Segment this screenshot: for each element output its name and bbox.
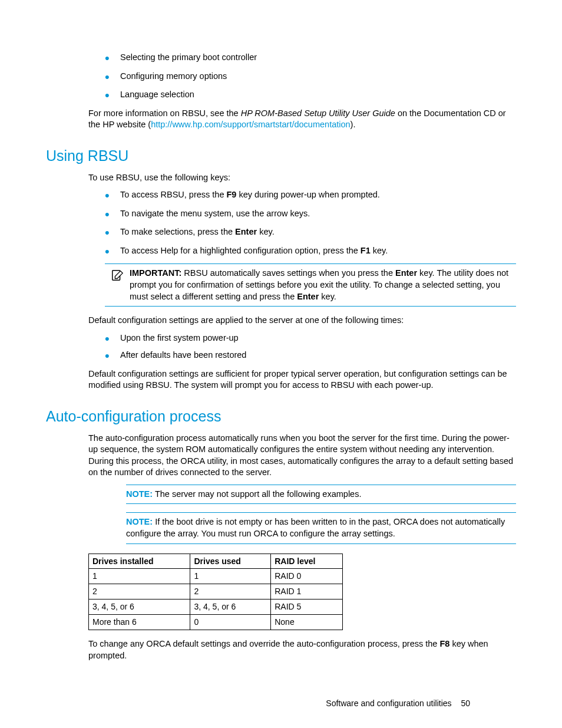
intro-bullets: Selecting the primary boot controller Co… [88, 52, 516, 101]
note-callout-1: NOTE: The server may not support all the… [126, 485, 516, 505]
note-label: NOTE: [126, 489, 153, 499]
note-text: NOTE: If the boot drive is not empty or … [126, 516, 516, 539]
cell: More than 6 [89, 615, 190, 630]
key-f8: F8 [439, 639, 449, 648]
list-item: Upon the first system power-up [110, 332, 516, 344]
using-keys-list: To access RBSU, press the F9 key during … [88, 189, 516, 256]
key-enter: Enter [235, 227, 257, 236]
text: The server may not support all the follo… [153, 489, 361, 499]
col-raid-level: RAID level [271, 554, 343, 569]
table-row: 11RAID 0 [89, 569, 343, 584]
cell: None [271, 615, 343, 630]
key-f1: F1 [361, 246, 371, 255]
important-label: IMPORTANT: [130, 268, 181, 278]
text: key. [319, 292, 336, 301]
text: To make selections, press the [120, 227, 235, 236]
default-times-list: Upon the first system power-up After def… [88, 332, 516, 361]
list-item: Language selection [110, 89, 516, 101]
page-number: 50 [461, 699, 470, 708]
text: To change any ORCA default settings and … [88, 639, 439, 648]
key-enter: Enter [297, 292, 319, 301]
auto-block: The auto-configuration process automatic… [88, 433, 516, 662]
intro-more-info: For more information on RBSU, see the HP… [88, 108, 516, 131]
footer-section: Software and configuration utilities [326, 699, 451, 708]
list-item: To access Help for a highlighted configu… [110, 245, 516, 257]
note-text: NOTE: The server may not support all the… [126, 489, 516, 500]
intro-block: Selecting the primary boot controller Co… [88, 52, 516, 131]
important-text: IMPORTANT: RBSU automatically saves sett… [130, 268, 516, 302]
bullet-text: Configuring memory options [120, 71, 227, 81]
bullet-text: Language selection [120, 90, 194, 99]
table-row: 22RAID 1 [89, 584, 343, 599]
text: ). [351, 120, 356, 129]
list-item: Configuring memory options [110, 71, 516, 83]
list-item: To access RBSU, press the F9 key during … [110, 189, 516, 201]
cell: RAID 5 [271, 599, 343, 615]
table-row: More than 60None [89, 615, 343, 630]
note-label: NOTE: [126, 517, 153, 526]
bullet-text: Selecting the primary boot controller [120, 52, 257, 62]
text: key. [371, 246, 388, 255]
key-f9: F9 [227, 190, 237, 199]
text: If the boot drive is not empty or has be… [126, 517, 505, 538]
col-drives-installed: Drives installed [89, 554, 190, 569]
text: After defaults have been restored [120, 350, 246, 360]
text: Upon the first system power-up [120, 333, 239, 342]
raid-table: Drives installed Drives used RAID level … [88, 554, 343, 630]
auto-intro: The auto-configuration process automatic… [88, 433, 516, 479]
key-enter: Enter [395, 268, 417, 278]
cell: 2 [190, 584, 271, 599]
page-footer: Software and configuration utilities 50 [326, 698, 470, 709]
using-intro: To use RBSU, use the following keys: [88, 172, 516, 184]
text: To navigate the menu system, use the arr… [120, 209, 310, 218]
using-block: To use RBSU, use the following keys: To … [88, 172, 516, 391]
guide-title: HP ROM-Based Setup Utility User Guide [241, 108, 395, 118]
default-settings-intro: Default configuration settings are appli… [88, 315, 516, 327]
cell: RAID 0 [271, 569, 343, 584]
cell: 1 [89, 569, 190, 584]
note-callout-2: NOTE: If the boot drive is not empty or … [126, 512, 516, 543]
text: RBSU automatically saves settings when y… [181, 268, 395, 278]
heading-using-rbsu: Using RBSU [46, 146, 516, 166]
cell: 2 [89, 584, 190, 599]
cell: 1 [190, 569, 271, 584]
hp-support-link[interactable]: http://www.hp.com/support/smartstart/doc… [151, 120, 350, 129]
default-settings-summary: Default configuration settings are suffi… [88, 368, 516, 391]
list-item: After defaults have been restored [110, 350, 516, 361]
list-item: Selecting the primary boot controller [110, 52, 516, 64]
col-drives-used: Drives used [190, 554, 271, 569]
text: key during power-up when prompted. [236, 190, 379, 199]
table-header-row: Drives installed Drives used RAID level [89, 554, 343, 569]
orca-override: To change any ORCA default settings and … [88, 638, 516, 661]
table-row: 3, 4, 5, or 63, 4, 5, or 6RAID 5 [89, 599, 343, 615]
cell: RAID 1 [271, 584, 343, 599]
text: key. [257, 227, 275, 236]
cell: 3, 4, 5, or 6 [89, 599, 190, 615]
cell: 0 [190, 615, 271, 630]
important-callout: IMPORTANT: RBSU automatically saves sett… [105, 263, 516, 307]
heading-auto-config: Auto-configuration process [46, 407, 516, 427]
cell: 3, 4, 5, or 6 [190, 599, 271, 615]
list-item: To navigate the menu system, use the arr… [110, 208, 516, 220]
text: To access Help for a highlighted configu… [120, 246, 361, 255]
list-item: To make selections, press the Enter key. [110, 226, 516, 238]
note-icon [105, 268, 130, 282]
text: For more information on RBSU, see the [88, 108, 241, 118]
text: To access RBSU, press the [120, 190, 227, 199]
